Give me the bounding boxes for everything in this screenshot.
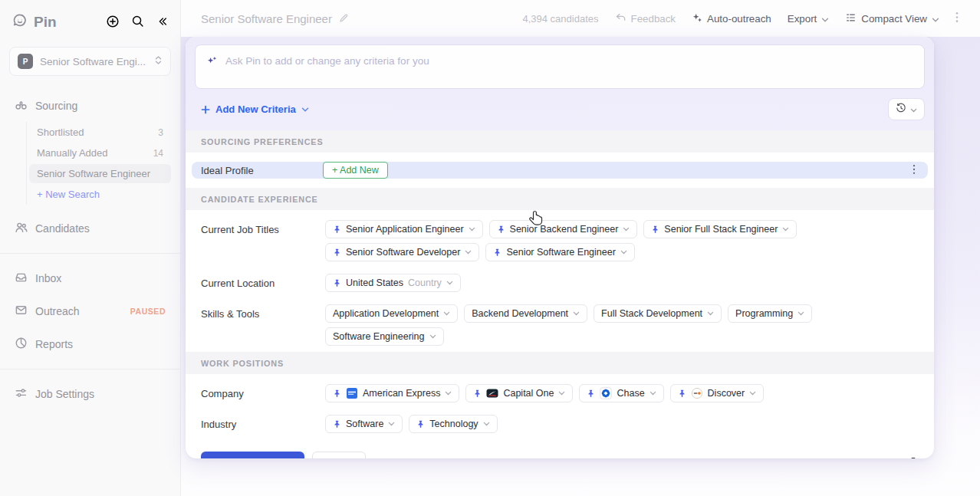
chip-label: Senior Software Engineer bbox=[506, 247, 615, 258]
clear-all-button[interactable]: Clear all bbox=[866, 456, 919, 459]
pie-chart-icon bbox=[15, 337, 28, 352]
filter-chip[interactable]: Technology bbox=[409, 415, 497, 433]
sidebar-top: Pin bbox=[0, 11, 180, 34]
sidebar: Pin bbox=[0, 0, 181, 496]
chevron-down-icon bbox=[558, 391, 565, 396]
add-ideal-profile-button[interactable]: + Add New bbox=[323, 162, 388, 179]
filter-chip[interactable]: Senior Backend Engineer bbox=[489, 220, 638, 238]
chevron-down-icon bbox=[797, 311, 804, 316]
app-root: Pin bbox=[0, 0, 980, 496]
cancel-button[interactable]: Cancel bbox=[312, 452, 366, 458]
sidebar-item-label: Inbox bbox=[35, 272, 61, 284]
pin-icon bbox=[497, 225, 505, 235]
source-candidates-button[interactable]: Source Candidates bbox=[201, 452, 304, 458]
chip-label: Senior Application Engineer bbox=[346, 224, 464, 235]
sidebar-item-new-search[interactable]: + New Search bbox=[29, 185, 171, 204]
new-item-button[interactable] bbox=[106, 15, 120, 31]
criteria-footer: Source Candidates Cancel Clear all bbox=[186, 439, 934, 458]
binoculars-icon bbox=[15, 98, 28, 113]
filter-chip[interactable]: Full Stack Development bbox=[594, 304, 722, 323]
feedback-button[interactable]: Feedback bbox=[615, 12, 676, 25]
pin-icon bbox=[333, 248, 341, 258]
pin-icon bbox=[333, 389, 341, 399]
search-icon bbox=[131, 18, 144, 30]
layout-list-icon bbox=[845, 12, 857, 25]
filter-chip[interactable]: Software Engineering bbox=[325, 327, 444, 346]
chevron-down-icon bbox=[932, 13, 939, 25]
search-button[interactable] bbox=[131, 15, 144, 30]
kebab-menu-icon bbox=[913, 164, 916, 175]
row-options-button[interactable] bbox=[913, 164, 916, 176]
chip-label: Backend Development bbox=[472, 308, 568, 319]
ask-pin-input[interactable]: Ask Pin to add or change any criteria fo… bbox=[195, 44, 925, 89]
filter-chip[interactable]: Chase bbox=[579, 384, 663, 402]
chip-label: Discover bbox=[708, 388, 745, 399]
filter-chip[interactable]: Senior Software Engineer bbox=[485, 243, 634, 261]
sidebar-item-inbox[interactable]: Inbox bbox=[9, 265, 171, 291]
search-title: Senior Software Engineer bbox=[201, 12, 349, 25]
chevron-down-icon bbox=[749, 391, 756, 396]
sidebar-item-senior-software-engineer[interactable]: Senior Software Engineer bbox=[29, 164, 171, 183]
plus-icon bbox=[201, 105, 210, 114]
filter-chip[interactable]: United StatesCountry bbox=[325, 274, 461, 292]
criteria-row: Current Job TitlesSenior Application Eng… bbox=[186, 210, 934, 268]
sidebar-item-shortlisted[interactable]: Shortlisted 3 bbox=[29, 123, 171, 142]
sidebar-item-reports[interactable]: Reports bbox=[9, 331, 171, 357]
filter-chip[interactable]: Senior Full Stack Engineer bbox=[643, 220, 797, 238]
collapse-sidebar-button[interactable] bbox=[156, 15, 168, 30]
sidebar-item-outreach[interactable]: Outreach PAUSED bbox=[9, 298, 171, 324]
count-badge: 3 bbox=[158, 127, 163, 138]
edit-pencil-icon[interactable] bbox=[339, 12, 349, 25]
discover-logo bbox=[691, 387, 703, 399]
sparkles-icon bbox=[206, 55, 218, 70]
project-selector[interactable]: P Senior Software Engi... bbox=[9, 47, 171, 76]
filter-chip[interactable]: Application Development bbox=[325, 304, 458, 323]
sidebar-item-manually-added[interactable]: Manually Added 14 bbox=[29, 143, 171, 163]
chip-list: Senior Application EngineerSenior Backen… bbox=[325, 220, 919, 261]
ask-pin-section: Ask Pin to add or change any criteria fo… bbox=[186, 37, 934, 130]
sidebar-item-label: Job Settings bbox=[35, 388, 94, 400]
sidebar-item-job-settings[interactable]: Job Settings bbox=[9, 381, 171, 407]
pin-icon bbox=[587, 389, 595, 399]
chevron-down-icon bbox=[429, 334, 436, 339]
filter-chip[interactable]: Senior Software Developer bbox=[325, 243, 479, 261]
chevron-down-icon bbox=[620, 250, 627, 255]
filter-chip[interactable]: Senior Application Engineer bbox=[325, 220, 483, 238]
criteria-row: CompanyAmerican ExpressCapital OneChaseD… bbox=[186, 374, 934, 409]
section-header-work-positions: WORK POSITIONS bbox=[186, 352, 934, 374]
add-new-criteria-button[interactable]: Add New Criteria bbox=[195, 100, 315, 118]
pin-logo-icon bbox=[12, 13, 28, 32]
project-avatar: P bbox=[18, 54, 33, 69]
sidebar-divider bbox=[0, 369, 180, 370]
sidebar-item-candidates[interactable]: Candidates bbox=[9, 215, 171, 241]
filter-chip[interactable]: Discover bbox=[670, 384, 765, 402]
chevron-down-icon bbox=[649, 391, 656, 396]
more-options-button[interactable] bbox=[955, 11, 959, 25]
ideal-profile-row: Ideal Profile + Add New bbox=[192, 162, 928, 179]
content-area: Senior Software Engineer 4,394 candidate… bbox=[181, 0, 980, 496]
sidebar-item-label: Reports bbox=[35, 338, 73, 350]
filter-chip[interactable]: American Express bbox=[325, 384, 459, 402]
chip-label: Software Engineering bbox=[333, 331, 425, 342]
sidebar-item-sourcing[interactable]: Sourcing bbox=[9, 93, 171, 119]
chip-label: United States bbox=[346, 278, 403, 288]
ask-pin-placeholder: Ask Pin to add or change any criteria fo… bbox=[225, 55, 429, 67]
pin-icon bbox=[333, 278, 341, 288]
chip-label: Senior Software Developer bbox=[346, 247, 460, 258]
criteria-toolbar: Add New Criteria bbox=[195, 98, 925, 120]
chevron-down-icon bbox=[301, 107, 309, 112]
filter-chip[interactable]: Backend Development bbox=[464, 304, 587, 323]
chevron-down-icon bbox=[465, 250, 472, 255]
export-button[interactable]: Export bbox=[788, 13, 830, 25]
filter-chip[interactable]: Capital One bbox=[465, 384, 573, 402]
compact-view-button[interactable]: Compact View bbox=[845, 12, 939, 25]
filter-chip[interactable]: Software bbox=[325, 415, 403, 433]
chevrons-left-icon bbox=[156, 18, 168, 30]
filter-chip[interactable]: Programming bbox=[728, 304, 812, 323]
updown-chevron-icon bbox=[154, 54, 163, 68]
history-button[interactable] bbox=[888, 98, 925, 120]
auto-outreach-button[interactable]: Auto-outreach bbox=[692, 12, 771, 25]
sparkles-icon bbox=[692, 12, 702, 25]
app-logo: Pin bbox=[12, 13, 57, 32]
work-positions-rows: CompanyAmerican ExpressCapital OneChaseD… bbox=[186, 374, 934, 439]
